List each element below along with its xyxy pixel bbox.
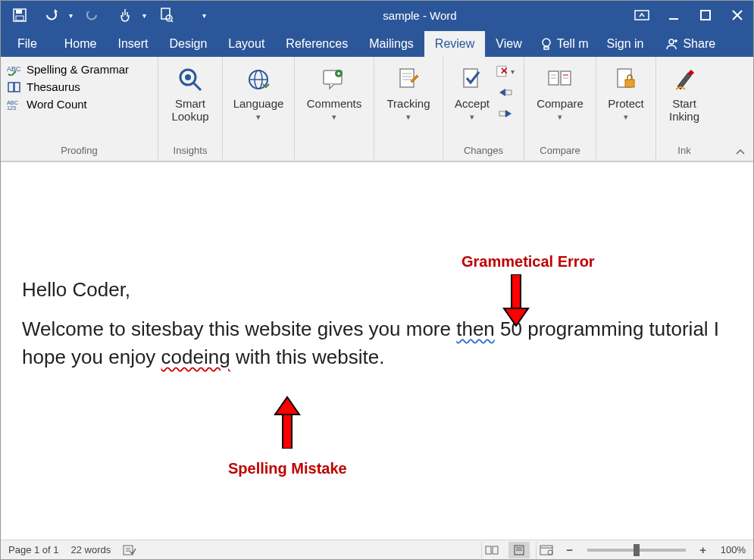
tab-view[interactable]: View (485, 31, 532, 57)
accept-label: Accept (455, 98, 490, 111)
group-insights-label: Insights (174, 143, 208, 159)
dropdown-caret-icon: ▾ (332, 112, 336, 122)
svg-text:ABC: ABC (7, 65, 21, 73)
svg-rect-54 (486, 546, 491, 554)
collapse-ribbon-button[interactable] (735, 149, 746, 156)
status-page[interactable]: Page 1 of 1 (8, 544, 59, 555)
svg-point-11 (543, 39, 550, 46)
tab-home[interactable]: Home (54, 31, 108, 57)
share-button[interactable]: Share (654, 31, 726, 57)
compare-icon (547, 63, 573, 96)
redo-button[interactable] (79, 4, 108, 27)
group-ink-label: Ink (677, 143, 690, 159)
touch-mode-button[interactable] (111, 4, 139, 27)
tab-mailings[interactable]: Mailings (358, 31, 424, 57)
annotation-spelling: Spelling Mistake (228, 460, 347, 477)
window-title: sample - Word (214, 9, 626, 22)
qat-customize-icon[interactable]: ▾ (199, 11, 209, 20)
web-layout-view-button[interactable] (536, 542, 557, 558)
language-button[interactable]: Language ▾ (227, 60, 289, 122)
maximize-button[interactable] (690, 4, 721, 27)
annotation-grammar: Grammetical Error (461, 253, 595, 271)
word-count-button[interactable]: ABC123 Word Count (7, 98, 152, 111)
undo-button[interactable] (37, 4, 66, 27)
tracking-button[interactable]: Tracking ▾ (379, 60, 438, 122)
save-button[interactable] (5, 4, 34, 27)
svg-rect-48 (625, 80, 634, 87)
accept-icon (461, 63, 483, 96)
minimize-button[interactable] (658, 4, 690, 27)
word-count-icon: ABC123 (7, 99, 22, 111)
doc-text: with this website. (230, 346, 385, 368)
close-button[interactable] (721, 4, 753, 27)
tab-review[interactable]: Review (424, 31, 485, 57)
svg-point-4 (166, 15, 172, 21)
zoom-in-button[interactable]: + (696, 543, 710, 556)
previous-change-button[interactable] (496, 84, 515, 101)
accept-button[interactable]: Accept ▾ (448, 60, 496, 122)
svg-rect-31 (400, 69, 414, 87)
dropdown-caret-icon: ▾ (470, 112, 474, 122)
dropdown-caret-icon: ▾ (406, 112, 411, 122)
zoom-slider-thumb[interactable] (634, 544, 640, 556)
arrow-down-icon (501, 274, 531, 327)
next-change-button[interactable] (496, 105, 515, 122)
sign-in-button[interactable]: Sign in (596, 31, 655, 57)
tab-insert[interactable]: Insert (107, 31, 158, 57)
svg-text:123: 123 (7, 105, 16, 111)
tell-me-search[interactable]: Tell m (533, 31, 596, 57)
group-language-label (257, 143, 260, 159)
svg-point-61 (548, 550, 552, 555)
status-word-count[interactable]: 22 words (71, 544, 111, 555)
comments-label: Comments (307, 98, 362, 111)
zoom-out-button[interactable]: − (563, 543, 577, 556)
tracking-icon (397, 63, 420, 96)
status-proofing-icon[interactable] (123, 544, 136, 556)
print-preview-button[interactable] (152, 4, 181, 27)
spelling-grammar-label: Spelling & Grammar (27, 63, 129, 76)
dropdown-caret-icon: ▾ (558, 112, 562, 122)
svg-line-22 (194, 83, 201, 90)
svg-rect-49 (512, 274, 521, 308)
zoom-slider[interactable] (587, 549, 686, 552)
protect-button[interactable]: Protect ▾ (601, 60, 651, 122)
svg-rect-2 (16, 16, 23, 20)
svg-rect-18 (14, 83, 20, 92)
smart-lookup-label: Smart Lookup (171, 98, 208, 123)
smart-lookup-button[interactable]: Smart Lookup (163, 60, 217, 123)
svg-rect-39 (505, 90, 512, 95)
group-compare-label: Compare (540, 143, 580, 159)
spelling-grammar-button[interactable]: ABC Spelling & Grammar (7, 63, 152, 76)
arrow-up-icon (272, 396, 302, 449)
svg-rect-55 (493, 546, 498, 554)
svg-rect-50 (283, 415, 292, 449)
print-layout-view-button[interactable] (508, 542, 530, 558)
svg-point-13 (669, 39, 674, 44)
undo-caret-icon[interactable]: ▾ (66, 11, 76, 20)
protect-icon (615, 63, 637, 96)
tab-references[interactable]: References (275, 31, 358, 57)
spelling-error-word[interactable]: codeing (161, 346, 230, 368)
thesaurus-button[interactable]: Thesaurus (7, 80, 152, 93)
svg-line-5 (171, 20, 173, 22)
zoom-level[interactable]: 100% (721, 544, 746, 555)
document-area[interactable]: Hello Coder, Welcome to sitesbay this we… (1, 161, 753, 540)
grammar-error-word[interactable]: then (456, 318, 495, 340)
ribbon-display-button[interactable] (626, 4, 658, 27)
start-inking-button[interactable]: Start Inking (661, 60, 708, 123)
touch-caret-icon[interactable]: ▾ (139, 11, 149, 20)
tab-file[interactable]: File (1, 31, 54, 57)
read-mode-view-button[interactable] (481, 542, 502, 558)
doc-text: Welcome to sitesbay this website gives y… (22, 318, 456, 340)
svg-rect-40 (499, 111, 505, 116)
group-comments-label (333, 143, 336, 159)
svg-rect-8 (701, 11, 710, 20)
language-label: Language (233, 98, 284, 111)
comments-button[interactable]: Comments ▾ (299, 60, 369, 122)
thesaurus-icon (7, 81, 22, 93)
tab-layout[interactable]: Layout (217, 31, 275, 57)
compare-button[interactable]: Compare ▾ (529, 60, 591, 122)
tab-design[interactable]: Design (158, 31, 217, 57)
reject-button[interactable]: ▾ (496, 63, 515, 80)
doc-greeting: Hello Coder, (22, 278, 130, 301)
